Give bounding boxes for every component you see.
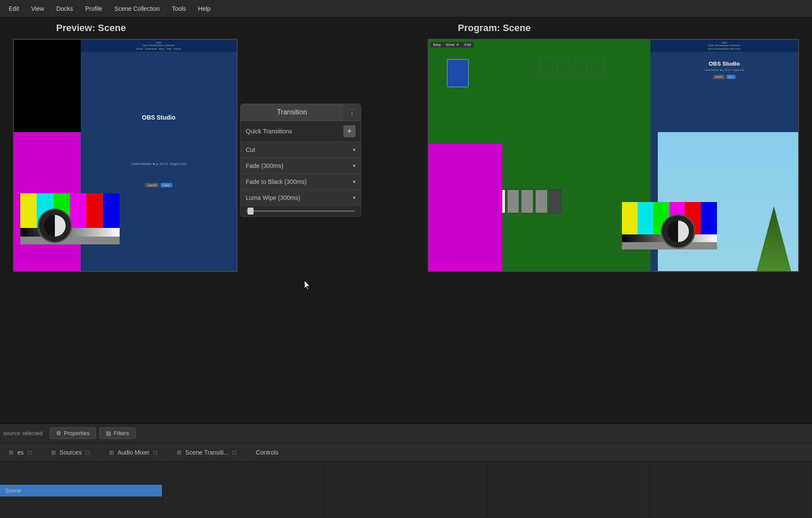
audio-mixer-tab-icon: ⊞ bbox=[109, 449, 114, 456]
menu-bar: Edit View Docks Profile Scene Collection… bbox=[0, 0, 812, 17]
fade-arrow-icon: ▾ bbox=[353, 163, 355, 169]
source-selected-text: source selected bbox=[3, 430, 43, 436]
dock-tabs: ⊞ es ⊡ ⊞ Sources ⊡ ⊞ Audio Mixer ⊡ ⊞ Sce… bbox=[0, 443, 812, 462]
quick-transitions-row: Quick Transitions + bbox=[241, 121, 361, 142]
scenes-panel-item[interactable]: Scene bbox=[0, 485, 162, 496]
quick-transitions-label: Quick Transitions bbox=[246, 128, 292, 135]
program-label: Program: Scene bbox=[458, 22, 531, 34]
source-bar: source selected ⚙ Properties ▤ Filters bbox=[0, 424, 812, 443]
transition-slider[interactable] bbox=[246, 210, 355, 212]
transition-slider-thumb[interactable] bbox=[247, 208, 254, 215]
fade-to-black-dropdown[interactable]: Fade to Black (300ms) ▾ bbox=[241, 174, 361, 190]
audio-mixer-panel bbox=[325, 462, 487, 518]
preview-obs-logo bbox=[38, 208, 72, 243]
program-window: Easy Score 0 0:00 New Options Cards Game… bbox=[428, 39, 799, 272]
menu-view[interactable]: View bbox=[26, 3, 49, 14]
dock-tab-scenes[interactable]: ⊞ es ⊡ bbox=[0, 443, 41, 461]
scenes-tab-icon: ⊞ bbox=[9, 449, 14, 456]
gear-icon: ⚙ bbox=[56, 430, 61, 436]
scenes-tab-expand-icon[interactable]: ⊡ bbox=[27, 449, 32, 456]
program-tree bbox=[757, 206, 791, 271]
filters-button[interactable]: ▤ Filters bbox=[99, 427, 135, 439]
add-quick-transition-button[interactable]: + bbox=[343, 125, 355, 137]
cursor bbox=[304, 281, 311, 290]
controls-tab-label: Controls bbox=[256, 449, 278, 456]
sources-tab-icon: ⊞ bbox=[51, 449, 56, 456]
obs-title: OBS Studio bbox=[142, 114, 176, 121]
program-score: Easy Score 0 0:00 bbox=[431, 42, 474, 47]
menu-help[interactable]: Help bbox=[193, 3, 216, 14]
scenes-tab-label: es bbox=[17, 449, 24, 456]
menu-edit[interactable]: Edit bbox=[3, 3, 24, 14]
sources-tab-expand-icon[interactable]: ⊡ bbox=[85, 449, 90, 456]
properties-label: Properties bbox=[64, 430, 89, 436]
transition-header: Transition ⋮ bbox=[241, 104, 361, 121]
dock-tab-scene-transitions[interactable]: ⊞ Scene Transiti... ⊡ bbox=[168, 443, 246, 461]
cut-arrow-icon: ▾ bbox=[353, 147, 355, 153]
audio-mixer-tab-label: Audio Mixer bbox=[117, 449, 149, 456]
scene-transitions-tab-label: Scene Transiti... bbox=[185, 449, 228, 456]
sources-tab-label: Sources bbox=[60, 449, 82, 456]
sources-panel bbox=[162, 462, 325, 518]
transition-button[interactable]: Transition bbox=[241, 104, 343, 120]
program-purple-bg bbox=[428, 144, 502, 271]
scene-transitions-panel bbox=[487, 462, 650, 518]
dock-tab-controls[interactable]: Controls bbox=[247, 443, 287, 461]
controls-panel bbox=[650, 462, 812, 518]
scene-transitions-tab-icon: ⊞ bbox=[177, 449, 182, 456]
menu-profile[interactable]: Profile bbox=[80, 3, 108, 14]
menu-tools[interactable]: Tools bbox=[167, 3, 191, 14]
preview-label: Preview: Scene bbox=[56, 22, 126, 34]
scenes-panel: Scene bbox=[0, 462, 162, 518]
dock-content: Scene bbox=[0, 462, 812, 518]
dock-tab-sources[interactable]: ⊞ Sources ⊡ bbox=[42, 443, 99, 461]
transition-slider-row bbox=[241, 206, 361, 216]
fade-to-black-arrow-icon: ▾ bbox=[353, 179, 355, 185]
filters-label: Filters bbox=[114, 430, 129, 436]
properties-button[interactable]: ⚙ Properties bbox=[50, 427, 96, 439]
filter-icon: ▤ bbox=[106, 430, 111, 436]
preview-window: OBSOpen Broadcaster Software Home Downlo… bbox=[13, 39, 238, 272]
cut-dropdown[interactable]: Cut ▾ bbox=[241, 142, 361, 158]
menu-scene-collection[interactable]: Scene Collection bbox=[109, 3, 165, 14]
cut-label: Cut bbox=[246, 146, 255, 153]
transition-panel: Transition ⋮ Quick Transitions + Cut ▾ F… bbox=[240, 104, 361, 217]
fade-to-black-label: Fade to Black (300ms) bbox=[246, 178, 307, 185]
fade-label: Fade (300ms) bbox=[246, 162, 283, 169]
audio-mixer-tab-expand-icon[interactable]: ⊡ bbox=[153, 449, 158, 456]
dock-area: source selected ⚙ Properties ▤ Filters ⊞… bbox=[0, 423, 812, 518]
dock-tab-audio-mixer[interactable]: ⊞ Audio Mixer ⊡ bbox=[100, 443, 167, 461]
program-obs-logo bbox=[661, 214, 695, 249]
svg-marker-0 bbox=[304, 281, 310, 290]
website-header: OBSOpen Broadcaster Software Home Downlo… bbox=[81, 40, 237, 52]
luma-wipe-arrow-icon: ▾ bbox=[353, 195, 355, 201]
transition-more-options[interactable]: ⋮ bbox=[343, 104, 361, 120]
main-area: Preview: Scene Program: Scene OBSOpen Br… bbox=[0, 17, 812, 440]
fade-dropdown[interactable]: Fade (300ms) ▾ bbox=[241, 158, 361, 174]
luma-wipe-dropdown[interactable]: Luma Wipe (300ms) ▾ bbox=[241, 190, 361, 206]
menu-docks[interactable]: Docks bbox=[51, 3, 78, 14]
luma-wipe-label: Luma Wipe (300ms) bbox=[246, 194, 300, 201]
scene-transitions-tab-expand-icon[interactable]: ⊡ bbox=[232, 449, 237, 456]
